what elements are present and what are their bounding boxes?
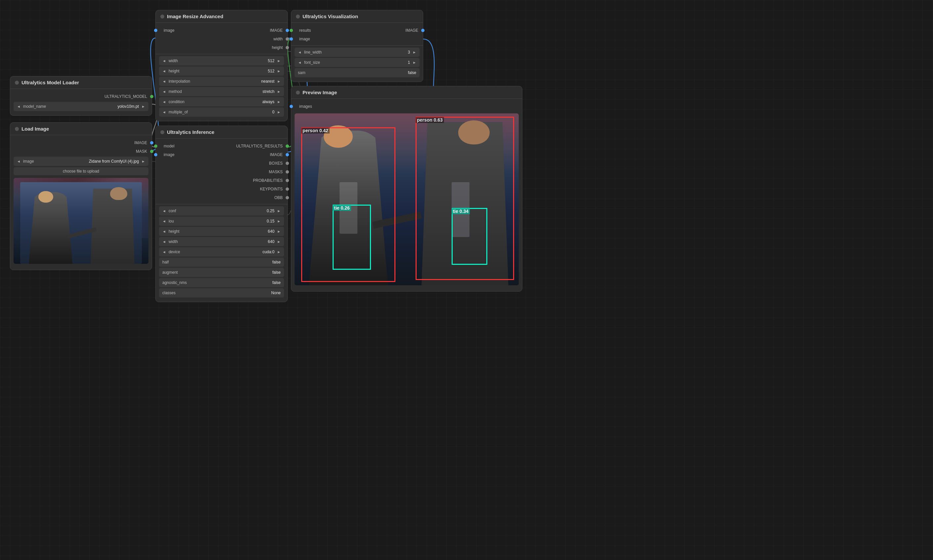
img-resize-image-output-dot bbox=[286, 29, 289, 32]
fontsize-control[interactable]: ◄ font_size 1 ► bbox=[294, 58, 420, 67]
load-image-output-row: IMAGE bbox=[10, 138, 152, 147]
width-ctrl-value: 512 bbox=[268, 58, 276, 63]
inference-image-row: image IMAGE bbox=[156, 151, 287, 159]
device-left-arrow[interactable]: ◄ bbox=[161, 250, 167, 254]
conf-left-arrow[interactable]: ◄ bbox=[161, 209, 167, 213]
sam-label: sam bbox=[298, 71, 408, 75]
img-resize-width-label: width bbox=[273, 37, 283, 42]
image-right-arrow[interactable]: ► bbox=[140, 159, 146, 163]
classes-value: None bbox=[271, 291, 281, 295]
img-resize-title: Image Resize Advanced bbox=[167, 14, 223, 19]
prob-row: PROBABILITIES bbox=[156, 176, 287, 185]
resize-interpolation-control[interactable]: ◄ interpolation nearest ► bbox=[159, 77, 284, 86]
inf-width-control[interactable]: ◄ width 640 ► bbox=[159, 237, 284, 246]
choose-file-button[interactable]: choose file to upload bbox=[14, 167, 148, 175]
iou-control[interactable]: ◄ iou 0.15 ► bbox=[159, 217, 284, 226]
model-name-label: model_name bbox=[22, 104, 118, 109]
load-image-mask-row: MASK bbox=[10, 147, 152, 156]
multof-ctrl-label: multiple_of bbox=[167, 110, 273, 114]
load-image-node: Load Image IMAGE MASK ◄ image Zidane fro… bbox=[10, 122, 152, 270]
fs-right-arrow[interactable]: ► bbox=[411, 60, 417, 65]
iou-right-arrow[interactable]: ► bbox=[276, 219, 282, 223]
lw-right-arrow[interactable]: ► bbox=[411, 50, 417, 54]
inf-height-left-arrow[interactable]: ◄ bbox=[161, 229, 167, 233]
ul-viz-header: Ultralytics Visualization bbox=[291, 10, 423, 23]
inf-height-right-arrow[interactable]: ► bbox=[276, 229, 282, 233]
lw-label: line_width bbox=[303, 50, 408, 55]
interp-ctrl-value: nearest bbox=[261, 79, 276, 84]
classes-label: classes bbox=[162, 291, 271, 295]
viz-results-label: results bbox=[296, 28, 311, 33]
device-control[interactable]: ◄ device cuda:0 ► bbox=[159, 247, 284, 257]
agnostic-nms-label: agnostic_nms bbox=[162, 280, 273, 285]
resize-height-control[interactable]: ◄ height 512 ► bbox=[159, 66, 284, 76]
resize-condition-control[interactable]: ◄ condition always ► bbox=[159, 97, 284, 106]
img-resize-image-output-label: IMAGE bbox=[270, 28, 283, 33]
lw-left-arrow[interactable]: ◄ bbox=[297, 50, 303, 54]
keypoints-label: KEYPOINTS bbox=[260, 187, 283, 191]
width-left-arrow[interactable]: ◄ bbox=[161, 59, 167, 63]
condition-right-arrow[interactable]: ► bbox=[276, 100, 282, 104]
inf-image-output-dot bbox=[286, 153, 289, 156]
ul-results-dot bbox=[286, 145, 289, 148]
obb-label: OBB bbox=[274, 195, 283, 200]
model-loader-status-dot bbox=[15, 81, 19, 85]
inf-width-left-arrow[interactable]: ◄ bbox=[161, 240, 167, 244]
model-name-control[interactable]: ◄ model_name yolov10m.pt ► bbox=[14, 102, 148, 111]
inf-height-control[interactable]: ◄ height 640 ► bbox=[159, 227, 284, 236]
height-right-arrow[interactable]: ► bbox=[276, 69, 282, 73]
fs-value: 1 bbox=[408, 60, 411, 65]
conf-value: 0.25 bbox=[267, 209, 276, 213]
viz-results-input-dot bbox=[289, 29, 293, 32]
viz-image-output-dot bbox=[421, 29, 425, 32]
boxes-row: BOXES bbox=[156, 159, 287, 168]
viz-image-label: image bbox=[296, 37, 310, 42]
inf-width-value: 640 bbox=[268, 239, 276, 244]
preview-header: Preview Image bbox=[291, 86, 522, 99]
height-ctrl-value: 512 bbox=[268, 69, 276, 73]
ultralytics-model-output-label: ULTRALYTICS_MODEL bbox=[105, 94, 147, 99]
model-name-right-arrow[interactable]: ► bbox=[140, 105, 146, 108]
multof-left-arrow[interactable]: ◄ bbox=[161, 110, 167, 114]
method-right-arrow[interactable]: ► bbox=[276, 89, 282, 94]
multof-right-arrow[interactable]: ► bbox=[276, 110, 282, 114]
linewidth-control[interactable]: ◄ line_width 3 ► bbox=[294, 48, 420, 57]
resize-multipleof-control[interactable]: ◄ multiple_of 0 ► bbox=[159, 108, 284, 117]
device-right-arrow[interactable]: ► bbox=[276, 250, 282, 254]
model-name-left-arrow[interactable]: ◄ bbox=[15, 105, 22, 108]
resize-method-control[interactable]: ◄ method stretch ► bbox=[159, 87, 284, 96]
image-left-arrow[interactable]: ◄ bbox=[15, 159, 22, 163]
preview-images-dot bbox=[289, 105, 293, 108]
img-resize-height-label: height bbox=[272, 45, 283, 50]
method-left-arrow[interactable]: ◄ bbox=[161, 89, 167, 94]
iou-left-arrow[interactable]: ◄ bbox=[161, 219, 167, 223]
width-right-arrow[interactable]: ► bbox=[276, 59, 282, 63]
condition-ctrl-value: always bbox=[262, 100, 276, 104]
conf-control[interactable]: ◄ conf 0.25 ► bbox=[159, 206, 284, 215]
inference-model-row: model ULTRALYTICS_RESULTS bbox=[156, 142, 287, 151]
interp-right-arrow[interactable]: ► bbox=[276, 79, 282, 83]
inference-model-label: model bbox=[160, 144, 175, 148]
height-left-arrow[interactable]: ◄ bbox=[161, 69, 167, 73]
ul-viz-title: Ultralytics Visualization bbox=[303, 14, 358, 19]
inference-image-label: image bbox=[160, 152, 175, 157]
conf-label: conf bbox=[167, 209, 267, 213]
conf-right-arrow[interactable]: ► bbox=[276, 209, 282, 213]
mask-output-dot bbox=[150, 150, 153, 153]
resize-width-control[interactable]: ◄ width 512 ► bbox=[159, 56, 284, 65]
agnostic-nms-value: false bbox=[273, 280, 281, 285]
image-filename-value: Zidane from ComfyUI (4).jpg bbox=[89, 159, 140, 164]
ul-viz-status-dot bbox=[296, 15, 300, 18]
img-resize-width-row: width bbox=[156, 35, 287, 43]
classes-row: classes None bbox=[159, 288, 284, 297]
interp-left-arrow[interactable]: ◄ bbox=[161, 79, 167, 83]
condition-left-arrow[interactable]: ◄ bbox=[161, 100, 167, 104]
keypoints-row: KEYPOINTS bbox=[156, 185, 287, 193]
model-loader-title: Ultralytics Model Loader bbox=[22, 80, 79, 85]
fs-left-arrow[interactable]: ◄ bbox=[297, 60, 303, 65]
image-output-label: IMAGE bbox=[134, 140, 147, 145]
image-ctrl-label: image bbox=[22, 159, 89, 164]
image-filename-control[interactable]: ◄ image Zidane from ComfyUI (4).jpg ► bbox=[14, 157, 148, 166]
inf-width-right-arrow[interactable]: ► bbox=[276, 240, 282, 244]
load-image-preview bbox=[14, 178, 148, 264]
